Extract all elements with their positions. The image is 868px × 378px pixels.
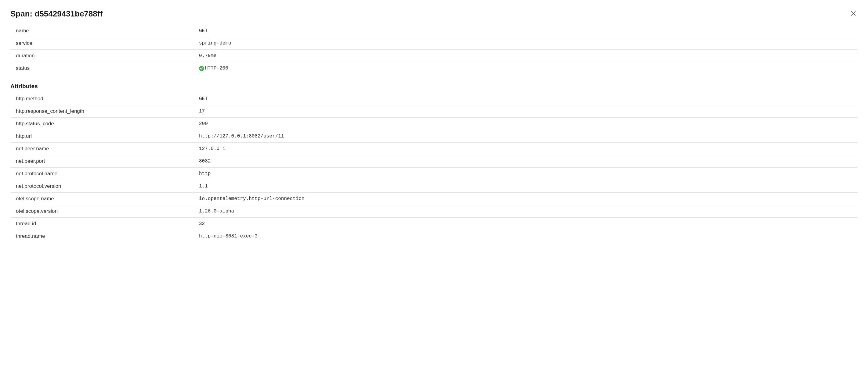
- attr-key: net.protocol.version: [16, 183, 199, 189]
- attr-key: otel.scope.version: [16, 208, 199, 214]
- table-row: statusHTTP-200: [10, 62, 858, 74]
- close-button[interactable]: [849, 10, 858, 18]
- svg-point-2: [199, 66, 204, 71]
- attr-value-text: 0.79ms: [199, 53, 217, 59]
- attr-value: 1.26.0-alpha: [199, 208, 858, 214]
- table-row: otel.scope.version1.26.0-alpha: [10, 205, 858, 218]
- table-row: thread.id32: [10, 218, 858, 230]
- attr-value: 200: [199, 121, 858, 127]
- table-row: http.status_code200: [10, 118, 858, 130]
- table-row: net.protocol.version1.1: [10, 180, 858, 193]
- attr-value-text: spring-demo: [199, 40, 231, 46]
- attr-value-text: 1.26.0-alpha: [199, 208, 234, 214]
- table-row: duration0.79ms: [10, 50, 858, 62]
- attr-value: HTTP-200: [199, 66, 858, 71]
- attr-value: 8082: [199, 159, 858, 164]
- attributes-heading: Attributes: [10, 83, 858, 90]
- attr-value-text: 1.1: [199, 183, 208, 189]
- attr-key: name: [16, 28, 199, 34]
- table-row: http.methodGET: [10, 93, 858, 105]
- attr-value-text: GET: [199, 28, 208, 34]
- attr-value-text: 200: [199, 121, 208, 127]
- table-row: http.urlhttp://127.0.0.1:8082/user/11: [10, 130, 858, 143]
- attr-key: service: [16, 40, 199, 46]
- attr-key: otel.scope.name: [16, 196, 199, 202]
- attr-value: GET: [199, 96, 858, 102]
- attr-value: 17: [199, 108, 858, 114]
- attr-key: status: [16, 65, 199, 71]
- attr-value: io.opentelemetry.http-url-connection: [199, 196, 858, 202]
- attr-value-text: 8082: [199, 159, 211, 164]
- attr-value-text: http: [199, 171, 211, 176]
- attr-value-text: io.opentelemetry.http-url-connection: [199, 196, 305, 202]
- attr-value: spring-demo: [199, 40, 858, 46]
- table-row: servicespring-demo: [10, 37, 858, 50]
- span-title: Span: d55429431be788ff: [10, 9, 102, 19]
- attr-value: http://127.0.0.1:8082/user/11: [199, 134, 858, 139]
- attr-value-text: 17: [199, 108, 205, 114]
- attr-value-text: 32: [199, 221, 205, 227]
- table-row: net.protocol.namehttp: [10, 168, 858, 180]
- attr-value: 0.79ms: [199, 53, 858, 59]
- table-row: thread.namehttp-nio-8081-exec-3: [10, 230, 858, 242]
- table-row: net.peer.port8082: [10, 155, 858, 168]
- table-row: nameGET: [10, 25, 858, 37]
- attr-value: http-nio-8081-exec-3: [199, 234, 858, 239]
- attr-key: http.response_content_length: [16, 108, 199, 114]
- attr-key: duration: [16, 53, 199, 59]
- attr-value: 127.0.0.1: [199, 146, 858, 151]
- attr-key: http.method: [16, 96, 199, 102]
- attr-key: net.peer.port: [16, 158, 199, 164]
- attr-value-text: http-nio-8081-exec-3: [199, 234, 257, 239]
- attr-value-text: http://127.0.0.1:8082/user/11: [199, 134, 284, 139]
- attr-key: net.protocol.name: [16, 171, 199, 177]
- attr-key: net.peer.name: [16, 146, 199, 152]
- attributes-table: http.methodGEThttp.response_content_leng…: [10, 93, 858, 242]
- attr-value-text: HTTP-200: [205, 66, 228, 71]
- attr-key: http.status_code: [16, 121, 199, 127]
- attr-key: http.url: [16, 133, 199, 139]
- attr-value: 1.1: [199, 183, 858, 189]
- attr-key: thread.name: [16, 233, 199, 239]
- table-row: http.response_content_length17: [10, 105, 858, 118]
- attr-value: http: [199, 171, 858, 176]
- attr-value-text: GET: [199, 96, 208, 102]
- close-icon: [850, 10, 857, 18]
- attr-key: thread.id: [16, 221, 199, 227]
- summary-table: nameGETservicespring-demoduration0.79mss…: [10, 25, 858, 74]
- attr-value: GET: [199, 28, 858, 34]
- attr-value-text: 127.0.0.1: [199, 146, 225, 151]
- attr-value: 32: [199, 221, 858, 227]
- check-circle-icon: [199, 66, 204, 71]
- span-header: Span: d55429431be788ff: [10, 9, 858, 19]
- table-row: net.peer.name127.0.0.1: [10, 143, 858, 155]
- table-row: otel.scope.nameio.opentelemetry.http-url…: [10, 193, 858, 205]
